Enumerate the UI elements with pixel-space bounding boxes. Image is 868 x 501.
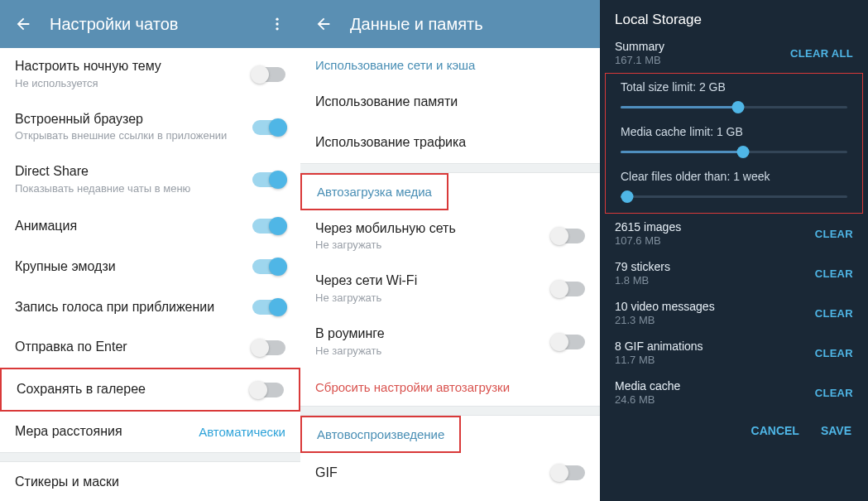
- header-bar: Данные и память: [300, 0, 600, 48]
- toggle-roaming[interactable]: [552, 335, 585, 349]
- toggle-night-theme[interactable]: [252, 67, 285, 82]
- clear-button[interactable]: CLEAR: [815, 267, 853, 280]
- section-autoload-title: Автозагрузка медиа: [300, 173, 448, 210]
- item-title: 79 stickers: [615, 260, 815, 273]
- row-night-theme[interactable]: Настроить ночную темуНе используется: [0, 48, 300, 101]
- toggle-direct-share[interactable]: [252, 172, 285, 187]
- row-mobile-network[interactable]: Через мобильную сетьНе загружать: [300, 210, 600, 263]
- slider-clear-older[interactable]: Clear files older than: 1 week: [606, 163, 862, 208]
- clear-button[interactable]: CLEAR: [815, 347, 853, 359]
- footer-actions: CANCEL SAVE: [600, 412, 868, 449]
- row-roaming[interactable]: В роумингеНе загружать: [300, 316, 600, 369]
- slider-track[interactable]: [621, 100, 847, 115]
- panel-title: Local Storage: [600, 0, 868, 33]
- item-title: 10 video messages: [615, 300, 815, 313]
- row-label: Через сети Wi-Fi: [315, 272, 552, 290]
- sliders-group: Total size limit: 2 GB Media cache limit…: [605, 73, 863, 214]
- row-label: Встроенный браузер: [15, 111, 252, 128]
- row-large-emoji[interactable]: Крупные эмодзи: [0, 247, 300, 287]
- arrow-left-icon: [14, 15, 32, 33]
- clear-button[interactable]: CLEAR: [815, 387, 853, 399]
- arrow-left-icon: [314, 15, 333, 33]
- more-button[interactable]: [266, 12, 289, 36]
- row-video-messages: 10 video messages21.3 MB CLEAR: [600, 293, 868, 333]
- summary-label: Summary: [615, 40, 790, 53]
- row-label: Настроить ночную тему: [15, 58, 252, 75]
- row-sub: Показывать недавние чаты в меню: [15, 182, 252, 196]
- reset-autoload-button[interactable]: Сбросить настройки автозагрузки: [300, 369, 600, 406]
- section-autoplay-title: Автовоспроизведение: [300, 416, 461, 453]
- row-label: Через мобильную сеть: [315, 220, 552, 238]
- separator: [0, 452, 300, 462]
- cancel-button[interactable]: CANCEL: [751, 424, 799, 437]
- row-label: Отправка по Enter: [15, 339, 252, 356]
- item-sub: 24.6 MB: [615, 393, 815, 406]
- toggle-gif-autoplay[interactable]: [552, 465, 585, 480]
- row-label: Использование памяти: [315, 94, 585, 111]
- save-button[interactable]: SAVE: [821, 424, 851, 437]
- section-usage-title: Использование сети и кэша: [300, 48, 600, 82]
- row-label: Стикеры и маски: [15, 474, 285, 491]
- panel-chat-settings: Настройки чатов Настроить ночную темуНе …: [0, 0, 300, 501]
- row-stickers: 79 stickers1.8 MB CLEAR: [600, 253, 868, 293]
- back-button[interactable]: [12, 12, 35, 36]
- panel-local-storage: Local Storage Summary 167.1 MB CLEAR ALL…: [600, 0, 868, 501]
- header-bar: Настройки чатов: [0, 0, 300, 48]
- back-button[interactable]: [312, 12, 335, 36]
- row-sub: Открывать внешние ссылки в приложении: [15, 129, 252, 143]
- row-summary: Summary 167.1 MB CLEAR ALL: [600, 33, 868, 73]
- row-save-to-gallery[interactable]: Сохранять в галерее: [0, 368, 300, 412]
- row-builtin-browser[interactable]: Встроенный браузерОткрывать внешние ссыл…: [0, 101, 300, 154]
- row-sub: Не используется: [15, 77, 252, 91]
- row-raise-to-speak[interactable]: Запись голоса при приближении: [0, 287, 300, 328]
- svg-point-1: [276, 22, 278, 25]
- toggle-animation[interactable]: [252, 219, 285, 234]
- row-value: Автоматически: [199, 425, 285, 439]
- row-traffic-usage[interactable]: Использование трафика: [300, 123, 600, 163]
- toggle-raise-to-speak[interactable]: [252, 300, 285, 315]
- row-images: 2615 images107.6 MB CLEAR: [600, 214, 868, 253]
- item-title: 8 GIF animations: [615, 340, 815, 353]
- slider-track[interactable]: [621, 190, 847, 205]
- row-label: Сохранять в галерее: [17, 381, 251, 398]
- row-sub: Не загружать: [315, 291, 552, 306]
- row-label: Использование трафика: [315, 134, 585, 152]
- row-send-on-enter[interactable]: Отправка по Enter: [0, 327, 300, 368]
- svg-point-0: [276, 18, 278, 21]
- row-label: Крупные эмодзи: [15, 258, 252, 276]
- header-title: Настройки чатов: [35, 15, 266, 34]
- toggle-mobile-network[interactable]: [552, 229, 585, 243]
- row-sub: Не загружать: [315, 344, 552, 359]
- slider-label: Total size limit: 2 GB: [621, 80, 847, 94]
- toggle-large-emoji[interactable]: [252, 259, 285, 274]
- row-label: В роуминге: [315, 325, 552, 343]
- slider-media-cache[interactable]: Media cache limit: 1 GB: [606, 118, 862, 163]
- slider-track[interactable]: [621, 145, 847, 160]
- row-wifi-network[interactable]: Через сети Wi-FiНе загружать: [300, 263, 600, 316]
- clear-button[interactable]: CLEAR: [815, 307, 853, 320]
- row-label: GIF: [315, 465, 552, 482]
- row-stickers-masks[interactable]: Стикеры и маски: [0, 462, 300, 501]
- row-label: Запись голоса при приближении: [15, 299, 252, 316]
- separator: [300, 163, 600, 173]
- toggle-save-to-gallery[interactable]: [251, 383, 284, 397]
- slider-total-size[interactable]: Total size limit: 2 GB: [606, 74, 862, 118]
- toggle-wifi-network[interactable]: [552, 282, 585, 296]
- toggle-send-on-enter[interactable]: [252, 340, 285, 355]
- item-sub: 1.8 MB: [615, 274, 815, 287]
- clear-all-button[interactable]: CLEAR ALL: [790, 47, 853, 60]
- toggle-builtin-browser[interactable]: [252, 120, 285, 135]
- row-gif-autoplay[interactable]: GIF: [300, 453, 600, 494]
- row-memory-usage[interactable]: Использование памяти: [300, 82, 600, 123]
- item-title: Media cache: [615, 379, 815, 393]
- slider-label: Clear files older than: 1 week: [621, 170, 847, 183]
- svg-point-2: [276, 27, 278, 30]
- row-direct-share[interactable]: Direct ShareПоказывать недавние чаты в м…: [0, 153, 300, 206]
- item-sub: 21.3 MB: [615, 314, 815, 326]
- more-vertical-icon: [269, 16, 285, 32]
- row-distance-unit[interactable]: Мера расстояния Автоматически: [0, 412, 300, 452]
- clear-button[interactable]: CLEAR: [815, 228, 853, 240]
- row-gif-animations: 8 GIF animations11.7 MB CLEAR: [600, 333, 868, 373]
- row-animation[interactable]: Анимация: [0, 206, 300, 247]
- panel-data-storage: Данные и память Использование сети и кэш…: [300, 0, 600, 501]
